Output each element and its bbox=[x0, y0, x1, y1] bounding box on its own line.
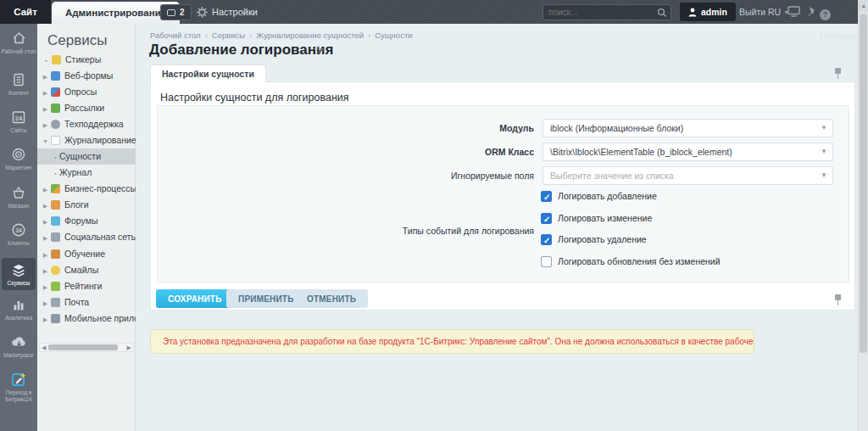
orm-class-select[interactable]: \Bitrix\Iblock\ElementTable (b_iblock_el… bbox=[542, 143, 833, 161]
pin-settings-icon[interactable] bbox=[834, 68, 842, 80]
tab-entity-settings[interactable]: Настройки сущности bbox=[150, 64, 266, 82]
sidebar-horizontal-scrollbar[interactable]: ◀ ▶ bbox=[39, 343, 134, 352]
sidebar-item-support[interactable]: ▶Техподдержка bbox=[37, 116, 136, 132]
expand-arrow-icon[interactable]: ▶ bbox=[42, 279, 49, 294]
sidebar-item-polls[interactable]: ▶Опросы bbox=[37, 84, 136, 100]
rail-item-content[interactable]: Контент bbox=[0, 72, 37, 97]
expand-arrow-icon[interactable]: ▶ bbox=[42, 182, 49, 197]
scrollbar-thumb[interactable] bbox=[860, 14, 867, 353]
expand-arrow-icon[interactable]: ▶ bbox=[42, 311, 49, 327]
ignored-fields-select[interactable]: Выберите значение из списка ▼ bbox=[542, 166, 833, 185]
sidebar-item-smileys[interactable]: ▶Смайлы bbox=[37, 262, 136, 278]
rating-icon bbox=[51, 282, 60, 291]
sidebar-item-mobile-app[interactable]: ▶Мобильное приложение bbox=[37, 311, 136, 327]
module-select[interactable]: iblock (Информационные блоки) ▼ bbox=[542, 119, 833, 137]
sidebar-item-forums[interactable]: ▶Форумы bbox=[37, 213, 136, 229]
sidebar-item-learning[interactable]: ▶Обучение bbox=[37, 246, 136, 262]
event-types-group-label: Типы событий для логирования bbox=[156, 226, 534, 236]
rail-item-shop[interactable]: Магазин bbox=[0, 185, 37, 210]
checkbox[interactable] bbox=[541, 256, 552, 267]
rail-label: Контент bbox=[0, 90, 37, 97]
breadcrumb-separator: › bbox=[249, 31, 252, 40]
checkbox-row-log-unchanged[interactable]: Логировать обновления без изменений bbox=[541, 255, 721, 269]
rail-item-desktop[interactable]: Рабочий стол bbox=[0, 31, 37, 55]
sidebar-item-journal[interactable]: ▪Журнал bbox=[37, 165, 136, 181]
sidebar-item-entity-logging[interactable]: ▼Журналирование сущностей bbox=[37, 132, 136, 148]
scroll-left-icon[interactable]: ◀ bbox=[42, 344, 46, 351]
mobile-icon bbox=[51, 314, 60, 323]
scroll-up-icon[interactable]: ▲ bbox=[859, 0, 868, 12]
expand-arrow-icon[interactable]: ▶ bbox=[42, 214, 49, 229]
save-button[interactable]: СОХРАНИТЬ bbox=[156, 289, 234, 308]
sidebar-item-social[interactable]: ▶Социальная сеть bbox=[37, 229, 136, 245]
collapse-arrow-icon[interactable]: ▼ bbox=[42, 133, 49, 148]
rail-item-marketplace[interactable]: Marketplace bbox=[0, 334, 37, 359]
breadcrumb: Рабочий стол›Сервисы›Журналирование сущн… bbox=[150, 31, 413, 40]
user-menu-button[interactable]: admin bbox=[680, 3, 736, 21]
expand-arrow-icon[interactable]: ▶ bbox=[42, 101, 49, 116]
notifications-button[interactable]: 2 bbox=[160, 4, 192, 20]
expand-arrow-icon[interactable]: ▶ bbox=[42, 117, 49, 132]
clients-icon: 24 bbox=[0, 222, 37, 238]
pin-panel-icon[interactable] bbox=[806, 6, 816, 17]
expand-arrow-icon[interactable]: ▶ bbox=[42, 69, 49, 84]
rail-item-services[interactable]: Сервисы bbox=[2, 258, 36, 290]
checkbox[interactable] bbox=[541, 213, 552, 224]
sidebar-item-blogs[interactable]: ▶Блоги bbox=[37, 197, 136, 213]
rail-item-sites[interactable]: 24 Сайты bbox=[0, 109, 37, 134]
desktop-mode-icon[interactable] bbox=[787, 6, 800, 17]
sidebar-item-ratings[interactable]: ▶Рейтинги bbox=[37, 278, 136, 294]
topbar-search bbox=[542, 4, 671, 20]
bullet-icon: ▪ bbox=[52, 149, 59, 165]
scrollbar-thumb[interactable] bbox=[48, 344, 118, 350]
checkbox-row-log-add[interactable]: Логировать добавление bbox=[541, 190, 657, 204]
expand-arrow-icon[interactable]: ▶ bbox=[42, 230, 49, 245]
rail-item-analytics[interactable]: Аналитика bbox=[0, 297, 37, 322]
checkbox-row-log-delete[interactable]: Логировать удаление bbox=[541, 233, 647, 247]
rail-item-clients[interactable]: 24 Клиенты bbox=[0, 222, 37, 247]
checkbox[interactable] bbox=[541, 191, 552, 202]
left-rail: Рабочий стол Контент 24 Сайты Маркетинг … bbox=[0, 24, 37, 431]
expand-arrow-icon[interactable]: ▶ bbox=[42, 247, 49, 262]
checkbox[interactable] bbox=[541, 234, 552, 245]
scroll-right-icon[interactable]: ▶ bbox=[127, 344, 131, 351]
form-section-title: Настройки сущности для логирования bbox=[160, 92, 349, 104]
help-label: Помощь bbox=[820, 31, 856, 41]
sidebar-item-newsletters[interactable]: ▶Рассылки bbox=[37, 100, 136, 116]
breadcrumb-desktop[interactable]: Рабочий стол bbox=[150, 31, 201, 40]
rail-item-bitrix24[interactable]: Переход в Битрикс24 bbox=[0, 372, 37, 402]
sidebar-item-stickers[interactable]: ▪Стикеры bbox=[37, 52, 136, 68]
expand-arrow-icon[interactable]: ▶ bbox=[42, 295, 49, 311]
apply-button[interactable]: ПРИМЕНИТЬ bbox=[226, 289, 306, 308]
expand-arrow-icon[interactable]: ▶ bbox=[42, 198, 49, 213]
sidebar-item-mail[interactable]: ▶Почта bbox=[37, 294, 136, 311]
newsletter-icon bbox=[51, 104, 60, 113]
pin-buttons-icon[interactable] bbox=[834, 294, 842, 306]
rail-item-marketing[interactable]: Маркетинг bbox=[0, 147, 37, 171]
search-icon[interactable] bbox=[657, 8, 667, 18]
expand-arrow-icon[interactable]: ▶ bbox=[42, 263, 49, 278]
expand-arrow-icon[interactable]: ▶ bbox=[42, 85, 49, 100]
polls-icon bbox=[51, 87, 60, 97]
cancel-button[interactable]: ОТМЕНИТЬ bbox=[295, 289, 368, 308]
language-selector[interactable]: RU▼ bbox=[768, 0, 789, 24]
sidebar-item-webforms[interactable]: ▶Веб-формы bbox=[37, 68, 136, 84]
breadcrumb-services[interactable]: Сервисы bbox=[212, 31, 245, 40]
language-label: RU bbox=[768, 7, 781, 17]
breadcrumb-entity-logging[interactable]: Журналирование сущностей bbox=[256, 31, 364, 40]
chevron-down-icon: ▼ bbox=[821, 167, 827, 184]
sidebar-item-entities[interactable]: ▪Сущности bbox=[37, 148, 136, 165]
orm-class-select-value: \Bitrix\Iblock\ElementTable (b_iblock_el… bbox=[550, 147, 732, 157]
logout-link[interactable]: Выйти bbox=[739, 0, 765, 24]
breadcrumb-entities[interactable]: Сущности bbox=[375, 31, 412, 40]
checkbox-row-log-change[interactable]: Логировать изменение bbox=[541, 212, 652, 226]
sidebar-item-bizproc[interactable]: ▶Бизнес-процессы bbox=[37, 181, 136, 197]
search-input[interactable] bbox=[548, 6, 654, 19]
favorite-star-icon[interactable]: ☆ bbox=[313, 42, 324, 58]
bullet-icon: ▪ bbox=[52, 165, 59, 181]
module-field-label: Модуль bbox=[156, 119, 534, 137]
topbar-settings-button[interactable]: Настройки bbox=[197, 0, 258, 24]
breadcrumb-separator: › bbox=[205, 31, 208, 40]
vertical-scrollbar[interactable]: ▲ bbox=[858, 0, 868, 431]
tab-site[interactable]: Сайт bbox=[0, 0, 51, 24]
